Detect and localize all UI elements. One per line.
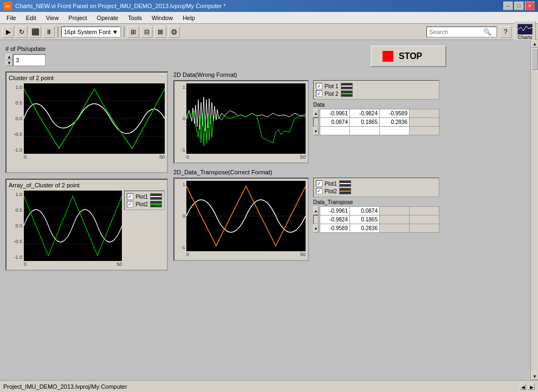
pts-value-input[interactable] — [13, 54, 46, 66]
chart2-ymid: 0 — [177, 116, 185, 121]
charts-label: Charts — [518, 35, 533, 40]
chart1-ymid2: 0.0 — [9, 116, 22, 121]
data-scroll-up[interactable]: ▲ — [313, 109, 319, 117]
data-cell — [380, 207, 410, 215]
search-input[interactable] — [429, 29, 483, 35]
chart3-ymid3: -0.5 — [9, 239, 22, 244]
chart2-ymin: -1 — [177, 147, 185, 153]
chart4-legend-label-2: Plot2 — [325, 188, 337, 194]
chart4-data-title: Data_Transpose — [313, 199, 439, 205]
menu-help[interactable]: Help — [178, 14, 199, 22]
pts-label: # of Pts/update — [5, 45, 46, 52]
status-arrow-left[interactable]: ◄ — [520, 383, 526, 390]
chart1-area[interactable] — [24, 83, 165, 154]
chart4-legend-item-2: ✓ Plot2 — [316, 188, 437, 194]
data-cell — [410, 224, 439, 233]
close-button[interactable]: ✕ — [525, 2, 535, 10]
chart4-ymin: -1 — [177, 245, 185, 250]
chart4-ymid: 0 — [177, 213, 185, 219]
data-cell: -0.9589 — [320, 224, 350, 233]
menu-operate[interactable]: Operate — [93, 14, 123, 22]
charts-panel[interactable]: Charts — [514, 21, 536, 43]
font-dropdown-value: 16pt System Font — [64, 29, 111, 35]
chart4-data-table: -0.9961 0.0874 -0.9824 0.1865 — [320, 206, 439, 233]
main-scrollbar[interactable]: ▲ ▼ — [530, 40, 538, 380]
help-button[interactable]: ? — [500, 26, 511, 38]
data-cell: 0.2836 — [350, 224, 380, 233]
scroll-thumb[interactable] — [531, 48, 538, 70]
data-cell — [380, 215, 410, 224]
title-bar: NI Charts_NEW.vi Front Panel on Project_… — [0, 0, 538, 12]
align-button[interactable]: ⊞ — [127, 26, 139, 38]
run-continuously-button[interactable]: ↻ — [16, 26, 28, 38]
spin-up-button[interactable]: ▲ — [5, 54, 13, 60]
chart4-legend: ✓ Plot1 ✓ Plot2 — [313, 178, 439, 197]
data-cell — [380, 127, 410, 135]
chart2-data-title: Data — [313, 102, 439, 108]
table-row — [320, 127, 439, 135]
chart1-ymax: 1.0 — [9, 84, 22, 90]
menu-view[interactable]: View — [42, 14, 63, 22]
menu-tools[interactable]: Tools — [124, 14, 146, 22]
stop-label: STOP — [399, 51, 422, 61]
chart4-ymax: 1 — [177, 182, 185, 187]
table-row: -0.9824 0.1865 — [320, 215, 439, 224]
data-cell: -0.9589 — [380, 109, 410, 118]
chart3-area[interactable] — [24, 191, 122, 261]
toolbar: ▶ ↻ ⬛ ⏸ 16pt System Font ▼ ⊞ ⊟ ⊠ ⚙ 🔍 ? C… — [0, 24, 538, 40]
chart2-area[interactable] — [186, 83, 306, 154]
run-arrow-button[interactable]: ▶ — [2, 26, 14, 38]
tools-palette-button[interactable]: ⚙ — [168, 26, 180, 38]
menu-window[interactable]: Window — [147, 14, 177, 22]
abort-button[interactable]: ⬛ — [29, 26, 41, 38]
chart1-title: Cluster of 2 point — [9, 75, 165, 81]
stop-icon — [383, 51, 393, 62]
data-cell: -0.9961 — [320, 109, 350, 118]
scroll-up-button[interactable]: ▲ — [531, 40, 538, 48]
chart2-ymax: 1 — [177, 84, 185, 90]
chart4-area[interactable] — [186, 181, 306, 251]
menu-edit[interactable]: Edit — [22, 14, 41, 22]
chart3-legend-item-1: ✓ Plot1 — [127, 193, 162, 200]
status-arrow-right[interactable]: ► — [528, 383, 535, 390]
chart2-xmin: 0 — [186, 154, 189, 160]
chart3-legend: ✓ Plot1 ✓ Plot2 — [124, 191, 165, 210]
distribute-button[interactable]: ⊟ — [141, 26, 153, 38]
search-box[interactable]: 🔍 — [426, 27, 497, 37]
chart4-container: 2D_Data_Transpose(Correct Format) 1 0 -1 — [173, 169, 525, 261]
data-scroll-down[interactable]: ▼ — [313, 127, 319, 135]
font-dropdown[interactable]: 16pt System Font ▼ — [61, 27, 121, 37]
chart4-title: 2D_Data_Transpose(Correct Format) — [173, 169, 525, 175]
menu-project[interactable]: Project — [64, 14, 91, 22]
spin-down-button[interactable]: ▼ — [5, 60, 13, 66]
maximize-button[interactable]: □ — [514, 2, 524, 10]
chart4-legend-item-1: ✓ Plot1 — [316, 180, 437, 187]
menu-file[interactable]: File — [2, 14, 21, 22]
chart3-title: Array_of_Cluster of 2 point — [9, 182, 165, 188]
chart3-xmax: 50 — [116, 262, 122, 267]
chart1-xmin: 0 — [24, 154, 27, 160]
chart2-data-table: -0.9961 -0.9824 -0.9589 0.0874 0.1865 — [320, 109, 439, 135]
data4-scroll-down[interactable]: ▼ — [313, 224, 319, 233]
chart4-xmax: 50 — [300, 252, 306, 257]
chart1-ymin: -1.0 — [9, 147, 22, 153]
data-cell — [410, 109, 439, 118]
table-row: 0.0874 0.1865 0.2836 — [320, 118, 439, 127]
data-cell: 0.0874 — [320, 118, 350, 127]
chart4-legend-label-1: Plot1 — [325, 181, 337, 187]
data4-scroll-up[interactable]: ▲ — [313, 206, 319, 215]
scroll-down-button[interactable]: ▼ — [531, 373, 538, 380]
data-cell: -0.9961 — [320, 207, 350, 215]
chart3-xmin: 0 — [24, 262, 27, 267]
chart2-title: 2D Data(Wrong Format) — [173, 71, 525, 78]
chart2-legend: ✓ Plot 1 ✓ Plot 2 — [313, 80, 439, 100]
pause-button[interactable]: ⏸ — [43, 26, 55, 38]
stop-button[interactable]: STOP — [371, 45, 446, 67]
minimize-button[interactable]: ─ — [503, 2, 513, 10]
chart4-data-panel: Data_Transpose ▲ ▼ -0. — [313, 199, 439, 233]
window-title: Charts_NEW.vi Front Panel on Project_IMU… — [15, 3, 226, 9]
data-cell: 0.1865 — [350, 118, 380, 127]
status-bar: Project_IMU_DEMO_2013.lvproj/My Computer… — [0, 380, 538, 392]
data-cell: -0.9824 — [320, 215, 350, 224]
reorder-button[interactable]: ⊠ — [154, 26, 166, 38]
